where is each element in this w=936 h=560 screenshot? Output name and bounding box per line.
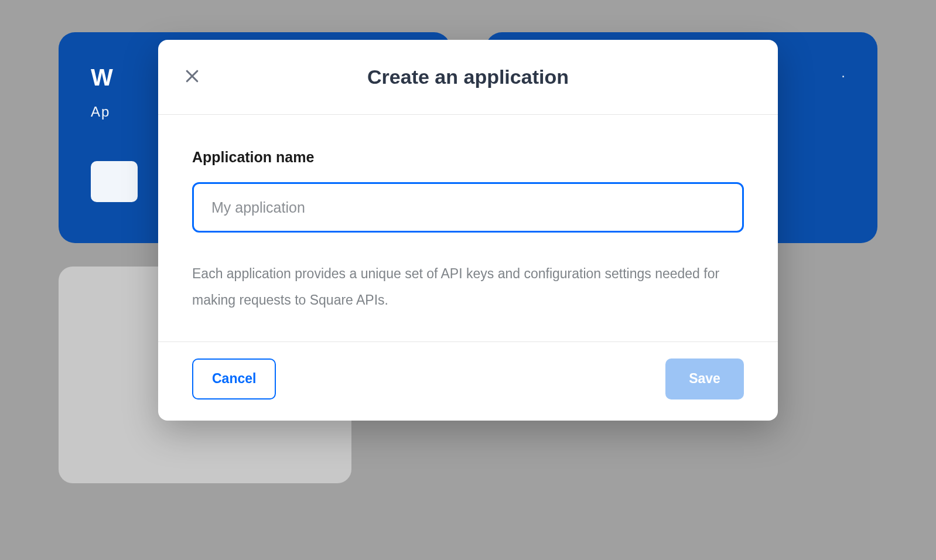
application-name-help-text: Each application provides a unique set o… (192, 261, 744, 313)
application-name-label: Application name (192, 149, 744, 166)
close-button[interactable] (180, 66, 204, 89)
cancel-button[interactable]: Cancel (192, 358, 276, 399)
modal-header: Create an application (158, 40, 778, 115)
close-icon (183, 67, 201, 87)
save-button[interactable]: Save (665, 358, 744, 399)
application-name-input[interactable] (192, 182, 744, 233)
modal-title: Create an application (367, 66, 569, 88)
modal-footer: Cancel Save (158, 342, 778, 421)
modal-body: Application name Each application provid… (158, 115, 778, 342)
create-application-modal: Create an application Application name E… (158, 40, 778, 421)
modal-overlay: Create an application Application name E… (0, 0, 936, 560)
